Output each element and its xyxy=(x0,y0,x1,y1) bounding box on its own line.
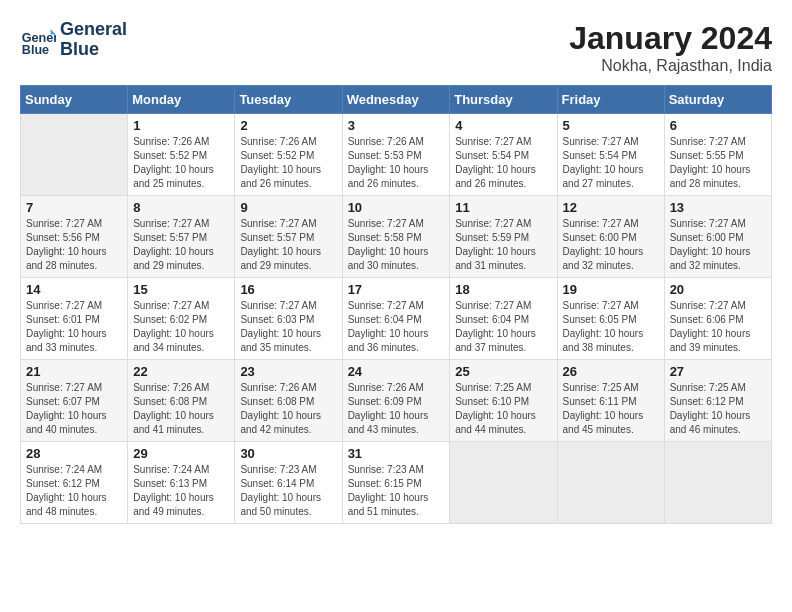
day-number: 5 xyxy=(563,118,659,133)
calendar-cell xyxy=(21,114,128,196)
calendar-cell xyxy=(450,442,557,524)
day-number: 17 xyxy=(348,282,445,297)
calendar-cell: 26 Sunrise: 7:25 AMSunset: 6:11 PMDaylig… xyxy=(557,360,664,442)
day-number: 21 xyxy=(26,364,122,379)
day-info: Sunrise: 7:27 AMSunset: 5:56 PMDaylight:… xyxy=(26,217,122,273)
day-info: Sunrise: 7:27 AMSunset: 6:00 PMDaylight:… xyxy=(670,217,766,273)
calendar-cell xyxy=(557,442,664,524)
calendar-cell: 10 Sunrise: 7:27 AMSunset: 5:58 PMDaylig… xyxy=(342,196,450,278)
day-number: 12 xyxy=(563,200,659,215)
day-number: 18 xyxy=(455,282,551,297)
calendar-cell: 20 Sunrise: 7:27 AMSunset: 6:06 PMDaylig… xyxy=(664,278,771,360)
day-info: Sunrise: 7:27 AMSunset: 6:07 PMDaylight:… xyxy=(26,381,122,437)
calendar-cell: 14 Sunrise: 7:27 AMSunset: 6:01 PMDaylig… xyxy=(21,278,128,360)
calendar-title: January 2024 xyxy=(569,20,772,57)
weekday-header-tuesday: Tuesday xyxy=(235,86,342,114)
calendar-cell: 30 Sunrise: 7:23 AMSunset: 6:14 PMDaylig… xyxy=(235,442,342,524)
day-number: 28 xyxy=(26,446,122,461)
title-block: January 2024 Nokha, Rajasthan, India xyxy=(569,20,772,75)
day-info: Sunrise: 7:26 AMSunset: 5:52 PMDaylight:… xyxy=(240,135,336,191)
logo-line2: Blue xyxy=(60,40,127,60)
day-info: Sunrise: 7:27 AMSunset: 6:01 PMDaylight:… xyxy=(26,299,122,355)
day-info: Sunrise: 7:26 AMSunset: 6:08 PMDaylight:… xyxy=(133,381,229,437)
day-info: Sunrise: 7:27 AMSunset: 5:55 PMDaylight:… xyxy=(670,135,766,191)
day-info: Sunrise: 7:25 AMSunset: 6:12 PMDaylight:… xyxy=(670,381,766,437)
logo-line1: General xyxy=(60,20,127,40)
day-info: Sunrise: 7:26 AMSunset: 5:53 PMDaylight:… xyxy=(348,135,445,191)
logo-icon: General Blue xyxy=(20,22,56,58)
day-number: 26 xyxy=(563,364,659,379)
day-info: Sunrise: 7:23 AMSunset: 6:14 PMDaylight:… xyxy=(240,463,336,519)
calendar-cell: 11 Sunrise: 7:27 AMSunset: 5:59 PMDaylig… xyxy=(450,196,557,278)
day-info: Sunrise: 7:27 AMSunset: 6:02 PMDaylight:… xyxy=(133,299,229,355)
calendar-cell: 27 Sunrise: 7:25 AMSunset: 6:12 PMDaylig… xyxy=(664,360,771,442)
day-number: 11 xyxy=(455,200,551,215)
day-number: 23 xyxy=(240,364,336,379)
day-number: 22 xyxy=(133,364,229,379)
calendar-cell: 23 Sunrise: 7:26 AMSunset: 6:08 PMDaylig… xyxy=(235,360,342,442)
day-number: 24 xyxy=(348,364,445,379)
day-info: Sunrise: 7:27 AMSunset: 6:04 PMDaylight:… xyxy=(455,299,551,355)
day-number: 14 xyxy=(26,282,122,297)
calendar-cell: 28 Sunrise: 7:24 AMSunset: 6:12 PMDaylig… xyxy=(21,442,128,524)
calendar-subtitle: Nokha, Rajasthan, India xyxy=(569,57,772,75)
day-number: 3 xyxy=(348,118,445,133)
day-number: 9 xyxy=(240,200,336,215)
day-info: Sunrise: 7:27 AMSunset: 6:00 PMDaylight:… xyxy=(563,217,659,273)
calendar-week-2: 7 Sunrise: 7:27 AMSunset: 5:56 PMDayligh… xyxy=(21,196,772,278)
calendar-cell: 6 Sunrise: 7:27 AMSunset: 5:55 PMDayligh… xyxy=(664,114,771,196)
day-info: Sunrise: 7:26 AMSunset: 6:08 PMDaylight:… xyxy=(240,381,336,437)
day-info: Sunrise: 7:25 AMSunset: 6:11 PMDaylight:… xyxy=(563,381,659,437)
calendar-cell xyxy=(664,442,771,524)
day-info: Sunrise: 7:27 AMSunset: 6:05 PMDaylight:… xyxy=(563,299,659,355)
weekday-header-monday: Monday xyxy=(128,86,235,114)
day-number: 7 xyxy=(26,200,122,215)
day-info: Sunrise: 7:27 AMSunset: 6:03 PMDaylight:… xyxy=(240,299,336,355)
weekday-header-thursday: Thursday xyxy=(450,86,557,114)
day-info: Sunrise: 7:24 AMSunset: 6:13 PMDaylight:… xyxy=(133,463,229,519)
day-number: 1 xyxy=(133,118,229,133)
calendar-cell: 19 Sunrise: 7:27 AMSunset: 6:05 PMDaylig… xyxy=(557,278,664,360)
day-number: 19 xyxy=(563,282,659,297)
day-number: 31 xyxy=(348,446,445,461)
calendar-cell: 31 Sunrise: 7:23 AMSunset: 6:15 PMDaylig… xyxy=(342,442,450,524)
weekday-header-sunday: Sunday xyxy=(21,86,128,114)
day-number: 25 xyxy=(455,364,551,379)
day-number: 16 xyxy=(240,282,336,297)
day-number: 30 xyxy=(240,446,336,461)
day-number: 2 xyxy=(240,118,336,133)
day-info: Sunrise: 7:27 AMSunset: 5:54 PMDaylight:… xyxy=(563,135,659,191)
calendar-cell: 5 Sunrise: 7:27 AMSunset: 5:54 PMDayligh… xyxy=(557,114,664,196)
calendar-week-4: 21 Sunrise: 7:27 AMSunset: 6:07 PMDaylig… xyxy=(21,360,772,442)
calendar-cell: 16 Sunrise: 7:27 AMSunset: 6:03 PMDaylig… xyxy=(235,278,342,360)
day-info: Sunrise: 7:27 AMSunset: 5:58 PMDaylight:… xyxy=(348,217,445,273)
day-info: Sunrise: 7:25 AMSunset: 6:10 PMDaylight:… xyxy=(455,381,551,437)
weekday-header-wednesday: Wednesday xyxy=(342,86,450,114)
weekday-header-saturday: Saturday xyxy=(664,86,771,114)
calendar-cell: 7 Sunrise: 7:27 AMSunset: 5:56 PMDayligh… xyxy=(21,196,128,278)
day-info: Sunrise: 7:27 AMSunset: 5:57 PMDaylight:… xyxy=(240,217,336,273)
day-number: 20 xyxy=(670,282,766,297)
weekday-header-friday: Friday xyxy=(557,86,664,114)
day-number: 27 xyxy=(670,364,766,379)
page-header: General Blue General Blue January 2024 N… xyxy=(20,20,772,75)
calendar-cell: 29 Sunrise: 7:24 AMSunset: 6:13 PMDaylig… xyxy=(128,442,235,524)
weekday-header-row: SundayMondayTuesdayWednesdayThursdayFrid… xyxy=(21,86,772,114)
day-info: Sunrise: 7:27 AMSunset: 5:57 PMDaylight:… xyxy=(133,217,229,273)
day-number: 8 xyxy=(133,200,229,215)
logo: General Blue General Blue xyxy=(20,20,127,60)
calendar-week-1: 1 Sunrise: 7:26 AMSunset: 5:52 PMDayligh… xyxy=(21,114,772,196)
day-number: 29 xyxy=(133,446,229,461)
calendar-table: SundayMondayTuesdayWednesdayThursdayFrid… xyxy=(20,85,772,524)
calendar-cell: 8 Sunrise: 7:27 AMSunset: 5:57 PMDayligh… xyxy=(128,196,235,278)
calendar-cell: 1 Sunrise: 7:26 AMSunset: 5:52 PMDayligh… xyxy=(128,114,235,196)
calendar-cell: 15 Sunrise: 7:27 AMSunset: 6:02 PMDaylig… xyxy=(128,278,235,360)
day-number: 13 xyxy=(670,200,766,215)
calendar-cell: 18 Sunrise: 7:27 AMSunset: 6:04 PMDaylig… xyxy=(450,278,557,360)
day-info: Sunrise: 7:26 AMSunset: 5:52 PMDaylight:… xyxy=(133,135,229,191)
calendar-cell: 13 Sunrise: 7:27 AMSunset: 6:00 PMDaylig… xyxy=(664,196,771,278)
calendar-cell: 2 Sunrise: 7:26 AMSunset: 5:52 PMDayligh… xyxy=(235,114,342,196)
day-info: Sunrise: 7:24 AMSunset: 6:12 PMDaylight:… xyxy=(26,463,122,519)
day-number: 15 xyxy=(133,282,229,297)
day-number: 4 xyxy=(455,118,551,133)
